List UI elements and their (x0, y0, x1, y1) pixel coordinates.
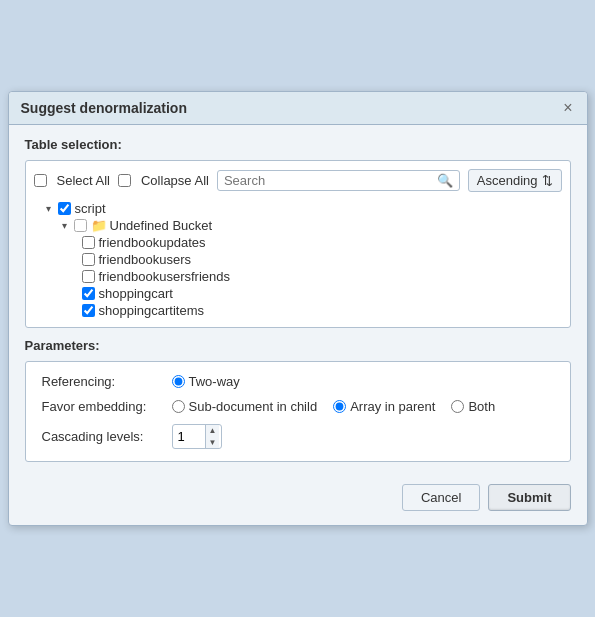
search-icon: 🔍 (437, 173, 453, 188)
radio-input-both[interactable] (451, 400, 464, 413)
sort-label: Ascending (477, 173, 538, 188)
parameters-label: Parameters: (25, 338, 571, 353)
cascading-row: Cascading levels: ▲ ▼ (42, 424, 554, 449)
suggest-denormalization-dialog: Suggest denormalization × Table selectio… (8, 91, 588, 526)
folder-icon: 📁 (91, 218, 107, 233)
dialog-body: Table selection: Select All Collapse All… (9, 125, 587, 474)
label-friendbookusersfriends[interactable]: friendbookusersfriends (99, 269, 231, 284)
label-undefined-bucket[interactable]: Undefined Bucket (110, 218, 213, 233)
label-script[interactable]: script (75, 201, 106, 216)
cascading-spinner: ▲ ▼ (172, 424, 222, 449)
radio-label-subdoc: Sub-document in child (189, 399, 318, 414)
params-box: Referencing: Two-way Favor embedding: (25, 361, 571, 462)
radio-label-array: Array in parent (350, 399, 435, 414)
cascading-value-input[interactable] (173, 427, 205, 446)
toggle-script[interactable]: ▾ (42, 201, 56, 215)
radio-subdoc[interactable]: Sub-document in child (172, 399, 318, 414)
collapse-all-checkbox[interactable] (118, 174, 131, 187)
radio-input-two-way[interactable] (172, 375, 185, 388)
checkbox-shoppingcartitems[interactable] (82, 304, 95, 317)
dialog-title: Suggest denormalization (21, 100, 187, 116)
favor-embedding-label: Favor embedding: (42, 399, 172, 414)
radio-both[interactable]: Both (451, 399, 495, 414)
radio-two-way[interactable]: Two-way (172, 374, 240, 389)
tree-item-friendbookusers: friendbookusers (34, 251, 562, 268)
dialog-footer: Cancel Submit (9, 474, 587, 525)
spinner-arrows: ▲ ▼ (205, 425, 220, 448)
checkbox-friendbookusersfriends[interactable] (82, 270, 95, 283)
table-selection-box: Select All Collapse All 🔍 Ascending ⇅ ▾ (25, 160, 571, 328)
label-friendbookusers[interactable]: friendbookusers (99, 252, 192, 267)
checkbox-shoppingcart[interactable] (82, 287, 95, 300)
submit-button[interactable]: Submit (488, 484, 570, 511)
referencing-row: Referencing: Two-way (42, 374, 554, 389)
table-selection-label: Table selection: (25, 137, 571, 152)
parameters-section: Parameters: Referencing: Two-way Favor e… (25, 338, 571, 462)
tree-item-shoppingcart: shoppingcart (34, 285, 562, 302)
label-shoppingcartitems[interactable]: shoppingcartitems (99, 303, 205, 318)
radio-input-subdoc[interactable] (172, 400, 185, 413)
radio-label-two-way: Two-way (189, 374, 240, 389)
cascading-label: Cascading levels: (42, 429, 172, 444)
referencing-radio-group: Two-way (172, 374, 240, 389)
tree-item-undefined-bucket: ▾ 📁 Undefined Bucket (34, 217, 562, 234)
radio-input-array[interactable] (333, 400, 346, 413)
checkbox-undefined-bucket[interactable] (74, 219, 87, 232)
favor-embedding-row: Favor embedding: Sub-document in child A… (42, 399, 554, 414)
search-container: 🔍 (217, 170, 460, 191)
radio-array[interactable]: Array in parent (333, 399, 435, 414)
tree-area: ▾ script ▾ 📁 Undefined Bucket friendbook… (34, 200, 562, 319)
sort-button[interactable]: Ascending ⇅ (468, 169, 562, 192)
dialog-title-bar: Suggest denormalization × (9, 92, 587, 125)
tree-item-shoppingcartitems: shoppingcartitems (34, 302, 562, 319)
tree-item-script: ▾ script (34, 200, 562, 217)
select-all-label[interactable]: Select All (57, 173, 110, 188)
collapse-all-label[interactable]: Collapse All (141, 173, 209, 188)
select-all-checkbox[interactable] (34, 174, 47, 187)
radio-label-both: Both (468, 399, 495, 414)
tree-item-friendbookupdates: friendbookupdates (34, 234, 562, 251)
toggle-undefined-bucket[interactable]: ▾ (58, 218, 72, 232)
tree-item-friendbookusersfriends: friendbookusersfriends (34, 268, 562, 285)
referencing-label: Referencing: (42, 374, 172, 389)
close-button[interactable]: × (561, 100, 574, 116)
favor-radio-group: Sub-document in child Array in parent Bo… (172, 399, 496, 414)
label-friendbookupdates[interactable]: friendbookupdates (99, 235, 206, 250)
spinner-up-button[interactable]: ▲ (206, 425, 220, 437)
cancel-button[interactable]: Cancel (402, 484, 480, 511)
spinner-down-button[interactable]: ▼ (206, 437, 220, 449)
checkbox-friendbookusers[interactable] (82, 253, 95, 266)
toolbar-row: Select All Collapse All 🔍 Ascending ⇅ (34, 169, 562, 192)
checkbox-friendbookupdates[interactable] (82, 236, 95, 249)
sort-icon: ⇅ (542, 173, 553, 188)
search-input[interactable] (224, 173, 437, 188)
label-shoppingcart[interactable]: shoppingcart (99, 286, 173, 301)
checkbox-script[interactable] (58, 202, 71, 215)
